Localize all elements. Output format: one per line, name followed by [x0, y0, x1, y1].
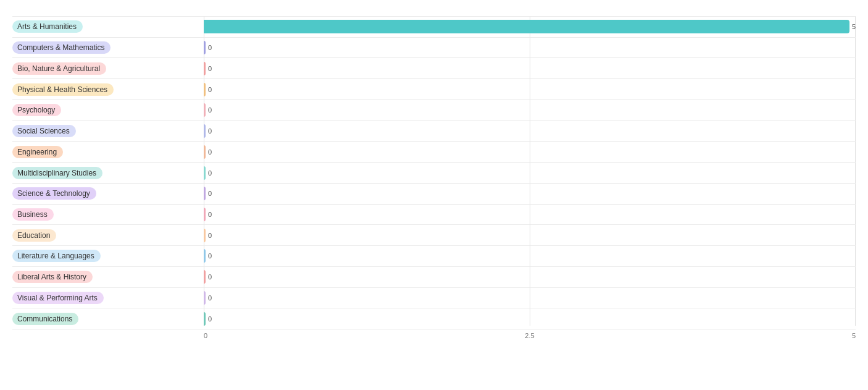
bar-value-computers-math: 0: [208, 44, 212, 51]
bar-value-liberal-arts: 0: [208, 273, 212, 281]
bar-section: 0: [204, 166, 856, 180]
chart-container: Arts & Humanities5Computers & Mathematic…: [0, 0, 868, 390]
bar-value-communications: 0: [208, 315, 212, 323]
chart-area: Arts & Humanities5Computers & Mathematic…: [12, 16, 856, 339]
label-pill-visual-arts: Visual & Performing Arts: [12, 292, 104, 304]
label-area: Multidisciplinary Studies: [12, 167, 204, 179]
bar-science-tech: [204, 187, 206, 200]
bar-engineering: [204, 145, 206, 159]
label-pill-bio-nature: Bio, Nature & Agricultural: [12, 62, 106, 75]
bar-value-education: 0: [208, 232, 212, 239]
label-area: Communications: [12, 313, 204, 325]
bar-visual-arts: [204, 291, 206, 305]
label-pill-physical-health: Physical & Health Sciences: [12, 83, 114, 96]
label-area: Education: [12, 229, 204, 242]
bar-row: Education0: [12, 225, 856, 246]
bar-row: Multidisciplinary Studies0: [12, 163, 856, 184]
bar-section: 0: [204, 249, 856, 263]
bar-value-arts-humanities: 5: [852, 23, 856, 30]
bar-value-science-tech: 0: [208, 190, 212, 197]
label-area: Physical & Health Sciences: [12, 83, 204, 96]
bar-section: 0: [204, 145, 856, 159]
label-pill-communications: Communications: [12, 313, 78, 325]
bar-row: Communications0: [12, 308, 856, 329]
label-area: Arts & Humanities: [12, 20, 204, 33]
label-pill-business: Business: [12, 208, 54, 221]
bar-section: 0: [204, 312, 856, 326]
bar-row: Social Sciences0: [12, 121, 856, 142]
label-area: Literature & Languages: [12, 250, 204, 262]
label-pill-engineering: Engineering: [12, 146, 63, 158]
bar-row: Arts & Humanities5: [12, 16, 856, 38]
bar-computers-math: [204, 41, 206, 54]
bar-section: 0: [204, 41, 856, 54]
label-area: Visual & Performing Arts: [12, 292, 204, 304]
bar-row: Bio, Nature & Agricultural0: [12, 58, 856, 79]
label-pill-education: Education: [12, 229, 56, 242]
label-area: Business: [12, 208, 204, 221]
bar-literature-lang: [204, 249, 206, 263]
bar-social-sciences: [204, 124, 206, 138]
bar-section: 0: [204, 270, 856, 284]
rows-area: Arts & Humanities5Computers & Mathematic…: [12, 16, 856, 329]
label-pill-multidisciplinary: Multidisciplinary Studies: [12, 167, 102, 179]
label-pill-psychology: Psychology: [12, 104, 61, 116]
bar-business: [204, 208, 206, 221]
label-area: Liberal Arts & History: [12, 271, 204, 283]
bar-section: 0: [204, 187, 856, 200]
label-area: Bio, Nature & Agricultural: [12, 62, 204, 75]
bar-value-engineering: 0: [208, 148, 212, 156]
label-pill-computers-math: Computers & Mathematics: [12, 41, 111, 54]
label-area: Psychology: [12, 104, 204, 116]
bar-value-psychology: 0: [208, 106, 212, 114]
label-area: Social Sciences: [12, 125, 204, 137]
label-pill-arts-humanities: Arts & Humanities: [12, 20, 83, 33]
bar-physical-health: [204, 83, 206, 96]
bar-section: 0: [204, 103, 856, 117]
bar-section: 0: [204, 124, 856, 138]
label-pill-science-tech: Science & Technology: [12, 187, 96, 200]
bar-communications: [204, 312, 206, 326]
bar-row: Visual & Performing Arts0: [12, 288, 856, 309]
bar-row: Business0: [12, 205, 856, 226]
bar-value-physical-health: 0: [208, 86, 212, 93]
bar-education: [204, 229, 206, 242]
bar-multidisciplinary: [204, 166, 206, 180]
bar-value-literature-lang: 0: [208, 252, 212, 260]
bar-bio-nature: [204, 62, 206, 75]
bar-row: Physical & Health Sciences0: [12, 79, 856, 100]
x-tick-1: 2.5: [421, 332, 638, 339]
x-tick-0: 0: [204, 332, 421, 339]
bar-value-visual-arts: 0: [208, 294, 212, 302]
label-pill-social-sciences: Social Sciences: [12, 125, 76, 137]
label-area: Computers & Mathematics: [12, 41, 204, 54]
bar-value-social-sciences: 0: [208, 127, 212, 135]
bar-section: 0: [204, 208, 856, 221]
label-area: Engineering: [12, 146, 204, 158]
bar-section: 0: [204, 83, 856, 96]
bar-section: 0: [204, 291, 856, 305]
bar-row: Engineering0: [12, 142, 856, 163]
bar-section: 0: [204, 229, 856, 242]
bar-value-multidisciplinary: 0: [208, 169, 212, 177]
bar-row: Literature & Languages0: [12, 246, 856, 267]
bar-value-business: 0: [208, 211, 212, 218]
bar-section: 5: [204, 20, 856, 33]
bar-value-bio-nature: 0: [208, 65, 212, 72]
bar-section: 0: [204, 62, 856, 75]
label-area: Science & Technology: [12, 187, 204, 200]
bar-row: Computers & Mathematics0: [12, 38, 856, 59]
x-tick-2: 5: [638, 332, 856, 339]
bar-row: Psychology0: [12, 100, 856, 121]
bar-row: Liberal Arts & History0: [12, 267, 856, 288]
label-pill-liberal-arts: Liberal Arts & History: [12, 271, 93, 283]
bar-row: Science & Technology0: [12, 184, 856, 205]
bar-liberal-arts: [204, 270, 206, 284]
bar-psychology: [204, 103, 206, 117]
label-pill-literature-lang: Literature & Languages: [12, 250, 101, 262]
x-axis: 02.55: [204, 332, 856, 339]
bar-arts-humanities: [204, 20, 849, 33]
